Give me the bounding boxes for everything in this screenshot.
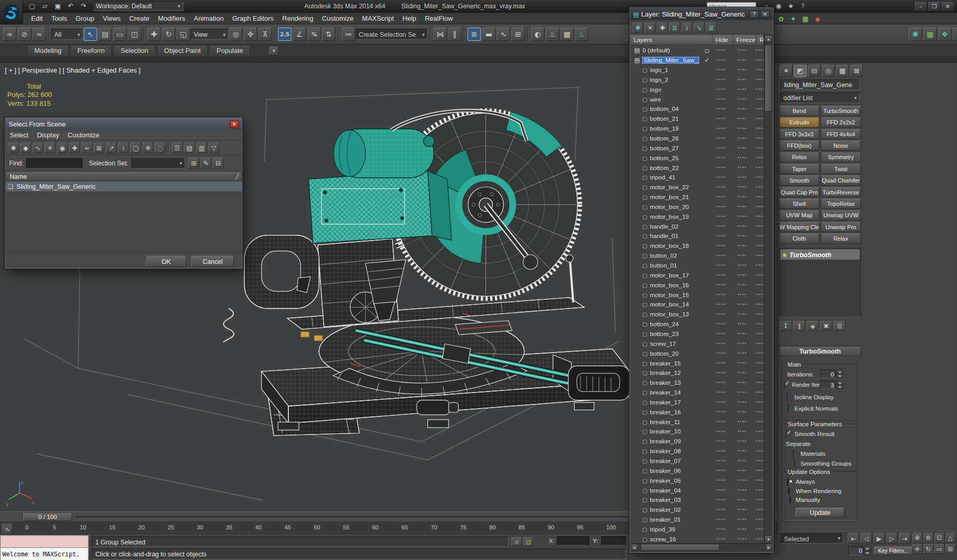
freeze-toggle[interactable]: [738, 382, 746, 383]
modifier-preset-button[interactable]: FFD(box): [779, 141, 820, 151]
layer-row[interactable]: logo_2: [631, 75, 764, 85]
close-icon[interactable]: ✕: [230, 120, 239, 128]
hide-toggle[interactable]: [717, 411, 725, 412]
render-toggle[interactable]: [756, 440, 764, 441]
hide-toggle[interactable]: [717, 255, 725, 256]
freeze-toggle[interactable]: [738, 284, 746, 285]
freeze-toggle[interactable]: [738, 206, 746, 207]
modifier-preset-button[interactable]: Taper: [779, 164, 820, 174]
realflow-toolbar-icon[interactable]: ◆: [953, 27, 957, 41]
next-frame-button[interactable]: ▷: [886, 533, 897, 543]
menu-item[interactable]: RealFlow: [421, 13, 457, 23]
hide-column-header[interactable]: Hide: [713, 35, 733, 45]
render-toggle[interactable]: [756, 99, 764, 100]
render-toggle[interactable]: [756, 431, 764, 432]
graphite-ribbon-toggle-icon[interactable]: ▬: [482, 27, 496, 41]
hide-toggle[interactable]: [717, 118, 725, 119]
workspace-dropdown[interactable]: Workspace: Default: [93, 1, 183, 11]
vray-menu-icon-3[interactable]: ▦: [800, 14, 811, 24]
select-and-rotate-icon[interactable]: ↻: [162, 27, 175, 41]
hide-toggle[interactable]: [717, 147, 725, 148]
modifier-preset-button[interactable]: FFD 3x3x3: [779, 129, 820, 139]
utilities-tab-icon[interactable]: ⊠: [850, 65, 863, 77]
hide-toggle[interactable]: [717, 186, 725, 187]
ribbon-tab[interactable]: Object Paint: [157, 45, 208, 56]
modify-tab-icon[interactable]: ◩: [794, 65, 807, 77]
add-selection-to-layer-icon[interactable]: ✚: [657, 22, 668, 33]
edit-selection-set-icon[interactable]: ✎: [201, 158, 212, 169]
hide-toggle[interactable]: [717, 401, 725, 402]
freeze-toggle[interactable]: [738, 49, 746, 50]
modifier-preset-button[interactable]: FFD 4x4x4: [821, 129, 861, 139]
hide-toggle[interactable]: [717, 538, 725, 539]
layer-row[interactable]: breaker_05: [631, 475, 764, 485]
render-toggle[interactable]: [756, 411, 764, 412]
render-toggle[interactable]: [756, 372, 764, 373]
layer-manager-icon[interactable]: ≣: [467, 27, 481, 41]
layer-row[interactable]: breaker_12: [631, 368, 764, 377]
material-editor-icon[interactable]: ◐: [531, 27, 545, 41]
when-rendering-radio[interactable]: [788, 487, 789, 495]
vray-menu-icon-1[interactable]: ✿: [775, 14, 786, 24]
display-bones-icon[interactable]: ≀: [118, 142, 129, 153]
object-name-field[interactable]: liding_Miter_Saw_Gene: [780, 79, 859, 90]
display-everything-icon[interactable]: ✱: [8, 142, 19, 153]
render-toggle[interactable]: [756, 89, 764, 90]
menu-item[interactable]: Create: [125, 13, 154, 23]
modifier-preset-button[interactable]: Quad Chamfer: [821, 175, 861, 186]
display-helpers-icon[interactable]: ✚: [69, 142, 80, 153]
layer-row[interactable]: logo_1: [631, 65, 764, 75]
select-dialog-titlebar[interactable]: Select From Scene ✕: [6, 118, 242, 130]
layer-row[interactable]: tripod_39: [631, 524, 764, 534]
render-toggle[interactable]: [756, 128, 764, 129]
hide-toggle[interactable]: [717, 528, 725, 529]
freeze-toggle[interactable]: [738, 128, 746, 129]
layer-row[interactable]: bottom_26: [631, 133, 764, 143]
zoom-all-icon[interactable]: ⊛: [923, 533, 934, 543]
menu-item[interactable]: Customize: [63, 130, 104, 140]
modifier-list-dropdown[interactable]: odifier List: [780, 92, 859, 103]
render-toggle[interactable]: [756, 391, 764, 393]
freeze-toggle[interactable]: [738, 431, 746, 432]
modifier-preset-button[interactable]: Cloth: [779, 233, 820, 244]
hide-toggle[interactable]: [717, 69, 725, 70]
render-toggle[interactable]: [756, 264, 764, 265]
filter-funnel-icon[interactable]: ▽: [209, 142, 219, 153]
subtract-selection-set-icon[interactable]: ⊟: [213, 158, 224, 169]
layer-row[interactable]: bottom_23: [631, 329, 764, 339]
render-toggle[interactable]: [756, 176, 764, 177]
freeze-toggle[interactable]: [738, 538, 746, 539]
render-toggle[interactable]: [756, 470, 764, 471]
menu-item[interactable]: Rendering: [278, 13, 317, 23]
ribbon-tab[interactable]: Freeform: [70, 45, 112, 56]
freeze-toggle[interactable]: [738, 216, 746, 217]
render-toggle[interactable]: [756, 323, 764, 324]
vray-toolbar-icon-1[interactable]: ✱: [909, 27, 922, 41]
layer-row[interactable]: screw_16: [631, 534, 764, 543]
freeze-column-header[interactable]: Freeze: [733, 35, 757, 45]
modifier-preset-button[interactable]: Relax: [821, 233, 861, 244]
render-toggle[interactable]: [756, 489, 764, 491]
render-toggle[interactable]: [756, 333, 764, 334]
name-column-header[interactable]: Name: [6, 171, 242, 181]
hide-toggle[interactable]: [717, 128, 725, 129]
render-iters-checkbox[interactable]: [784, 381, 785, 389]
hide-toggle[interactable]: [717, 59, 725, 60]
freeze-toggle[interactable]: [738, 480, 746, 481]
layer-row[interactable]: logo: [631, 85, 764, 94]
modifier-preset-button[interactable]: Unwrap Pro: [821, 222, 861, 232]
snaps-toggle-icon[interactable]: 2.5: [278, 27, 292, 41]
edit-named-selection-sets-icon[interactable]: ≔: [342, 27, 355, 41]
freeze-toggle[interactable]: [738, 499, 746, 500]
render-toggle[interactable]: [756, 421, 764, 422]
make-unique-icon[interactable]: ◈: [807, 321, 819, 331]
merge-layers-icon[interactable]: ⇘: [694, 22, 704, 33]
detail-view-icon[interactable]: ▤: [184, 142, 195, 153]
window-crossing-toggle-icon[interactable]: ◫: [128, 27, 141, 41]
freeze-toggle[interactable]: [738, 440, 746, 441]
modifier-preset-button[interactable]: TopoRelax: [821, 199, 861, 209]
modifier-preset-button[interactable]: Smooth: [779, 175, 820, 186]
render-toggle[interactable]: [756, 108, 764, 109]
copy-layer-icon[interactable]: ⊞: [706, 22, 717, 33]
freeze-toggle[interactable]: [738, 489, 746, 491]
